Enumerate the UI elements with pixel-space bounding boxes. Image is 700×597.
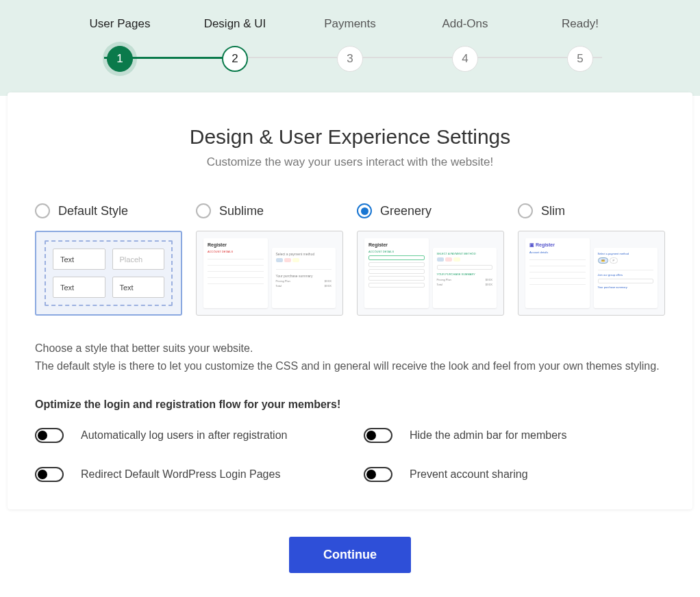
step-label: Ready!: [562, 17, 599, 31]
toggle-prevent-sharing: Prevent account sharing: [364, 467, 665, 482]
step-ready[interactable]: Ready! 5: [523, 17, 638, 72]
style-preview[interactable]: Register ACCOUNT DETAILS SELECT A PAYMEN…: [357, 231, 504, 316]
toggle-label: Automatically log users in after registr…: [81, 429, 287, 442]
toggle-hide-admin-bar: Hide the admin bar for members: [364, 428, 665, 443]
toggle-switch[interactable]: [364, 428, 392, 443]
toggle-switch[interactable]: [35, 428, 64, 443]
style-name: Slim: [541, 204, 565, 218]
step-design-ui[interactable]: Design & UI 2: [177, 17, 292, 72]
page-subtitle: Customize the way your users interact wi…: [35, 155, 665, 169]
radio-icon[interactable]: [357, 203, 372, 218]
preview-heading: Register: [536, 242, 555, 247]
settings-card: Design & User Experience Settings Custom…: [8, 92, 692, 509]
toggle-label: Prevent account sharing: [410, 468, 528, 481]
style-option-sublime[interactable]: Sublime Register ACCOUNT DETAILS Select …: [196, 203, 343, 316]
style-option-slim[interactable]: Slim ▣ Register Account details Select a…: [518, 203, 665, 316]
radio-icon[interactable]: [518, 203, 533, 218]
optimize-heading: Optimize the login and registration flow…: [35, 398, 665, 411]
step-add-ons[interactable]: Add-Ons 4: [408, 17, 523, 72]
toggle-label: Redirect Default WordPress Login Pages: [81, 468, 280, 481]
wizard-stepper: User Pages 1 Design & UI 2 Payments 3 Ad…: [35, 17, 665, 72]
style-name: Greenery: [380, 204, 432, 218]
page-title: Design & User Experience Settings: [35, 125, 665, 149]
toggle-switch[interactable]: [364, 467, 392, 482]
style-preview[interactable]: Register ACCOUNT DETAILS Select a paymen…: [196, 231, 343, 316]
style-name: Default Style: [58, 204, 128, 218]
step-payments[interactable]: Payments 3: [292, 17, 408, 72]
toggle-switch[interactable]: [35, 467, 64, 482]
style-preview[interactable]: ▣ Register Account details Select a paym…: [518, 231, 665, 316]
step-label: Add-Ons: [442, 17, 488, 31]
step-label: User Pages: [90, 17, 151, 31]
style-options: Default Style Text Placeh Text Text Subl…: [35, 203, 665, 316]
style-preview[interactable]: Text Placeh Text Text: [35, 231, 182, 316]
step-number: 5: [567, 46, 593, 72]
preview-input: Text: [53, 277, 105, 298]
radio-icon[interactable]: [196, 203, 211, 218]
preview-heading: Register: [368, 242, 425, 247]
step-number: 2: [222, 46, 248, 72]
style-option-greenery[interactable]: Greenery Register ACCOUNT DETAILS SELECT…: [357, 203, 504, 316]
continue-button[interactable]: Continue: [289, 537, 411, 573]
step-label: Payments: [324, 17, 376, 31]
toggle-label: Hide the admin bar for members: [410, 429, 566, 442]
step-user-pages[interactable]: User Pages 1: [62, 17, 177, 72]
toggle-redirect-login: Redirect Default WordPress Login Pages: [35, 467, 336, 482]
style-description: Choose a style that better suits your we…: [35, 340, 665, 374]
toggle-grid: Automatically log users in after registr…: [35, 428, 665, 482]
footer: Continue: [8, 509, 692, 594]
preview-heading: Register: [208, 242, 264, 247]
style-name: Sublime: [219, 204, 264, 218]
style-option-default[interactable]: Default Style Text Placeh Text Text: [35, 203, 182, 316]
step-number: 4: [452, 46, 478, 72]
radio-icon[interactable]: [35, 203, 50, 218]
step-number: 1: [107, 46, 133, 72]
preview-input: Placeh: [112, 249, 165, 270]
preview-input: Text: [53, 249, 105, 270]
toggle-auto-login: Automatically log users in after registr…: [35, 428, 336, 443]
step-label: Design & UI: [204, 17, 266, 31]
preview-input: Text: [112, 277, 165, 298]
step-number: 3: [337, 46, 363, 72]
